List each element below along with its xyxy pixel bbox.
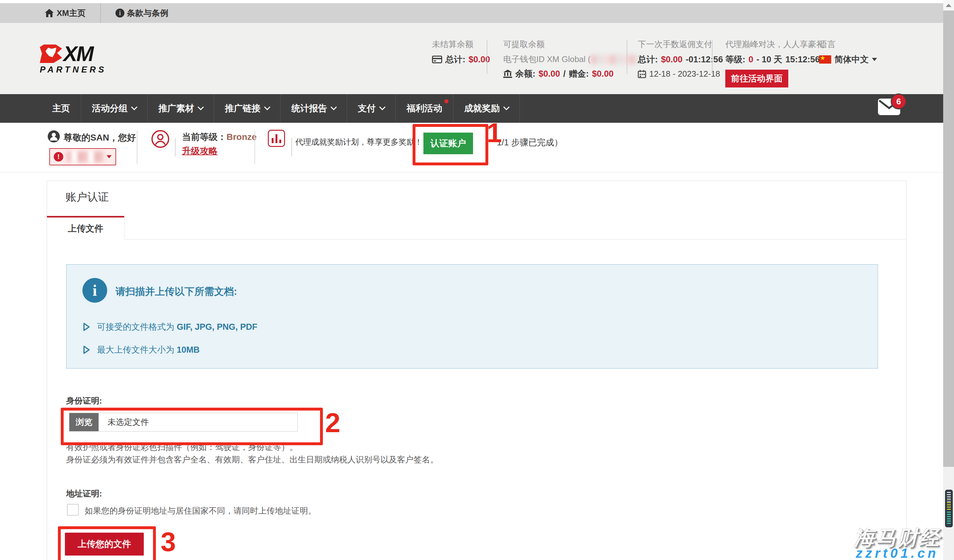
terms-label: 条款与条例: [127, 8, 168, 19]
identity-proof-label: 身份证明:: [66, 395, 102, 406]
xm-bull-logo-icon: [40, 45, 62, 63]
header: XM PARTNERS 未结算余额 总计: $0.00 可提取余额 电子钱包ID…: [0, 23, 943, 94]
header-divider: [712, 40, 712, 74]
home-icon: [45, 9, 54, 17]
withdrawable-balance-section: 可提取余额 电子钱包ID XM Global ( ) 余额: $0.00 / 赠…: [503, 39, 641, 79]
next-total-label: 总计:: [638, 54, 658, 65]
nav-activity-groups[interactable]: 活动分组: [81, 94, 147, 123]
identity-desc-line2: 身份证必须为有效证件并包含客户全名、有效期、客户住址、出生日期或纳税人识别号以及…: [66, 453, 438, 466]
xm-home-link[interactable]: XM主页: [45, 8, 86, 19]
upload-your-files-button[interactable]: 上传您的文件: [65, 533, 144, 555]
next-total-value: $0.00: [661, 55, 683, 65]
wallet-id-line: 电子钱包ID XM Global ( ): [503, 54, 641, 65]
file-placeholder-text: 未选定文件: [98, 413, 298, 431]
terms-link[interactable]: i 条款与条例: [115, 8, 168, 19]
scrollbar-thumb[interactable]: [943, 11, 954, 467]
chevron-down-icon: [330, 104, 337, 110]
tab-row: 上传文件: [47, 216, 906, 240]
browse-button[interactable]: 浏览: [69, 413, 98, 431]
redacted-account-number: [67, 151, 103, 162]
current-level: 当前等级：Bronze: [182, 131, 257, 143]
logo-partners-text: PARTNERS: [40, 65, 106, 75]
header-divider: [627, 40, 627, 74]
nav-home-label: 主页: [52, 103, 70, 115]
triangle-bullet-icon: [83, 322, 90, 331]
scrollbar-up-arrow[interactable]: [943, 0, 954, 11]
steps-completed-text: 1/1 步骤已完成）: [497, 137, 563, 148]
nav-promo-materials[interactable]: 推广素材: [148, 94, 214, 123]
upgrade-guide-link[interactable]: 升级攻略: [182, 145, 218, 157]
chevron-down-icon: [503, 104, 510, 110]
nav-label: 福利活动: [407, 103, 442, 115]
language-selector[interactable]: ★ 简体中文: [819, 54, 877, 65]
chevron-down-icon: [131, 104, 137, 110]
payment-date-range: 12-18 - 2023-12-18: [649, 69, 720, 79]
tab-upload-documents[interactable]: 上传文件: [47, 216, 125, 240]
bullet-bold: GIF, JPG, PNG, PDF: [177, 322, 258, 332]
unsettled-total-label: 总计:: [445, 54, 465, 65]
upload-instructions-box: i 请扫描并上传以下所需文档: 可接受的文件格式为 GIF, JPG, PNG,…: [66, 264, 878, 369]
identity-description: 有效护照或者身份证彩色扫描件（例如：驾驶证，身份证等）。 身份证必须为有效证件并…: [66, 441, 438, 466]
slash: /: [563, 69, 566, 79]
bar-chart-icon: [268, 130, 285, 147]
user-bar: 尊敬的SAN，您好 ! 当前等级：Bronze 升级攻略 代理成就奖励计划，尊享…: [0, 123, 943, 173]
calendar-icon: [638, 70, 646, 78]
level-meter-widget: [945, 490, 953, 527]
language-section: 语言 ★ 简体中文: [819, 39, 877, 65]
promo-label: 代理巅峰对决，人人享豪礼: [725, 39, 825, 50]
account-selector-dropdown[interactable]: !: [49, 148, 116, 165]
identity-desc-line1: 有效护照或者身份证彩色扫描件（例如：驾驶证，身份证等）。: [66, 441, 438, 453]
max-size-bullet: 最大上传文件大小为 10MB: [83, 344, 200, 356]
nav-home[interactable]: 主页: [41, 94, 81, 123]
nav-achievements[interactable]: 成就奖励: [453, 94, 519, 123]
next-payment-section: 下一次手数返佣支付 总计: $0.00 -01:12:56 12-18 - 20…: [638, 39, 723, 79]
level-person-icon: [151, 130, 170, 148]
arrow-up-icon: [946, 4, 951, 7]
nav-reports[interactable]: 统计报告: [281, 94, 347, 123]
xm-partners-logo[interactable]: XM PARTNERS: [40, 45, 106, 75]
verify-account-button[interactable]: 认证账户: [423, 132, 473, 154]
address-proof-checkbox[interactable]: [67, 504, 79, 515]
withdrawable-label: 可提取余额: [503, 39, 641, 50]
nav-separator: [519, 94, 520, 123]
promo-timer: 15:12:56: [786, 55, 820, 65]
unsettled-balance-section: 未结算余额 总计: $0.00: [432, 39, 490, 65]
nav-promo-links[interactable]: 推广链接: [214, 94, 280, 123]
alert-icon: !: [54, 152, 63, 162]
scrollbar-track[interactable]: [943, 0, 954, 560]
nav-benefits[interactable]: 福利活动: [396, 94, 453, 123]
nav-label: 支付: [358, 103, 376, 115]
balance-value: $0.00: [539, 69, 560, 79]
current-level-value: Bronze: [226, 132, 257, 142]
greeting-text: 尊敬的SAN，您好: [64, 132, 136, 144]
bullet-text: 最大上传文件大小为: [97, 345, 177, 355]
userbar-divider-small: [292, 138, 292, 156]
meter-white-segment: [947, 492, 951, 501]
unsettled-label: 未结算余额: [432, 39, 490, 50]
nav-label: 推广链接: [225, 103, 260, 115]
address-proof-label: 地址证明:: [66, 488, 102, 499]
triangle-bullet-icon: [83, 345, 90, 354]
next-countdown: -01:12:56: [686, 55, 723, 65]
watermark-url: zzrt01.cn: [856, 546, 939, 560]
messages-button[interactable]: 6: [878, 99, 900, 118]
redacted-wallet-id: [591, 55, 638, 64]
nav-payments[interactable]: 支付: [347, 94, 395, 123]
page-title: 账户认证: [65, 190, 109, 204]
bonus-value: $0.00: [592, 69, 614, 79]
xm-home-label: XM主页: [57, 8, 86, 19]
user-icon: [48, 131, 60, 143]
info-icon: i: [115, 9, 125, 17]
promo-contest-section: 代理巅峰对决，人人享豪礼 等级: 0 - 10 天 15:12:56 前往活动界…: [725, 39, 825, 87]
identity-file-input[interactable]: 浏览 未选定文件: [69, 413, 298, 431]
notification-dot: [444, 99, 449, 103]
meter-yellow-segment: [947, 502, 951, 511]
meter-green-segment: [947, 512, 951, 525]
main-nav: 主页 活动分组 推广素材 推广链接 统计报告 支付 福利活动 成就奖励 6: [0, 94, 943, 123]
top-utility-bar: XM主页 i 条款与条例: [0, 3, 943, 23]
chevron-down-icon: [264, 104, 270, 110]
go-to-activity-button[interactable]: 前往活动界面: [725, 70, 788, 87]
next-payment-label: 下一次手数返佣支付: [638, 39, 723, 50]
nav-label: 推广素材: [158, 103, 194, 115]
chevron-down-icon: [379, 104, 385, 110]
